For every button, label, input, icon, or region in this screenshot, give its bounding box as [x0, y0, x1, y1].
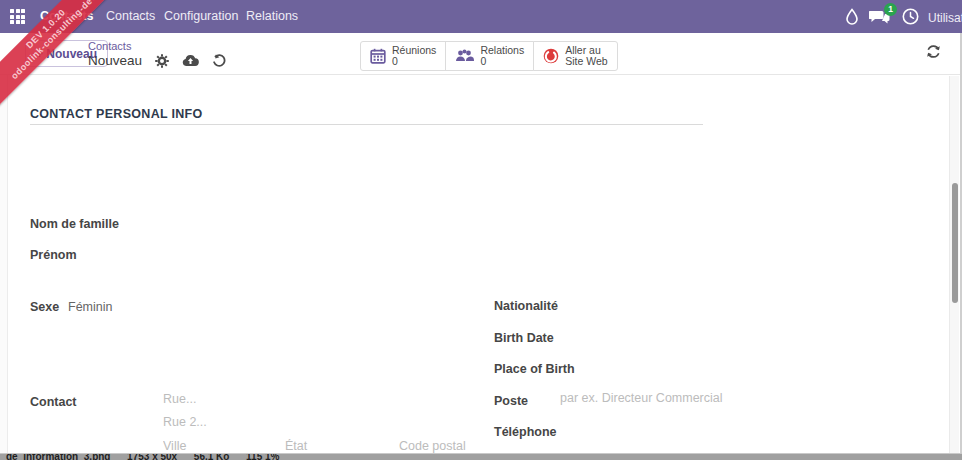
job-position-input[interactable] [560, 391, 850, 405]
last-name-label: Nom de famille [30, 217, 119, 231]
scrollbar-thumb[interactable] [952, 183, 958, 303]
menu-contacts[interactable]: Contacts [106, 0, 155, 33]
cloud-save-icon[interactable] [182, 54, 199, 67]
nationality-input[interactable] [600, 296, 850, 310]
stat-meetings-label: Réunions [392, 45, 436, 56]
user-menu[interactable]: Utilisateur [928, 0, 962, 33]
gear-icon[interactable] [155, 54, 169, 68]
clipped-status-bar: de_information_3.png 1753 x 50x 56.1 Ko … [0, 453, 962, 460]
app-name[interactable]: Contacts [40, 0, 93, 33]
breadcrumb-parent[interactable]: Contacts [88, 40, 131, 52]
street2-input[interactable] [163, 415, 453, 429]
activities-clock-icon[interactable] [902, 8, 919, 25]
droplet-icon[interactable] [845, 8, 859, 25]
stat-button-group: Réunions 0 Relations 0 [360, 41, 618, 71]
stat-website-label-line2: Site Web [565, 56, 607, 67]
stat-relations-value: 0 [480, 56, 486, 67]
scrollbar-track[interactable] [949, 76, 959, 453]
stat-relations-label: Relations [480, 45, 524, 56]
stat-button-meetings[interactable]: Réunions 0 [360, 41, 446, 71]
apps-grid-icon[interactable] [10, 9, 26, 25]
section-rule [30, 124, 703, 125]
discard-undo-icon[interactable] [212, 54, 226, 68]
birth-date-label: Birth Date [494, 331, 554, 345]
status-bar-text: de_information_3.png 1753 x 50x 56.1 Ko … [6, 453, 279, 460]
section-title: CONTACT PERSONAL INFO [30, 107, 203, 121]
first-name-label: Prénom [30, 248, 77, 262]
refresh-icon[interactable] [926, 44, 941, 59]
users-icon [455, 49, 474, 63]
first-name-input[interactable] [163, 245, 453, 259]
gender-select[interactable]: Féminin [68, 300, 112, 314]
phone-label: Téléphone [494, 425, 557, 439]
sheet-left-gutter [0, 75, 8, 453]
job-position-label: Poste [494, 394, 528, 408]
menu-configuration[interactable]: Configuration [164, 0, 238, 33]
gender-label: Sexe [30, 300, 59, 314]
street-input[interactable] [163, 392, 453, 406]
state-input[interactable] [285, 439, 390, 453]
control-panel: + Nouveau Contacts Nouveau [0, 33, 962, 75]
contact-address-label: Contact [30, 395, 77, 409]
stat-meetings-value: 0 [392, 56, 398, 67]
breadcrumb-current: Nouveau [88, 53, 142, 68]
zip-input[interactable] [399, 439, 509, 453]
stat-button-website[interactable]: Aller au Site Web [533, 41, 617, 71]
place-of-birth-label: Place of Birth [494, 362, 575, 376]
menu-relations[interactable]: Relations [246, 0, 298, 33]
birth-date-input[interactable] [600, 328, 850, 342]
breadcrumb-row: Nouveau [88, 53, 226, 68]
last-name-input[interactable] [163, 214, 453, 228]
place-of-birth-input[interactable] [600, 359, 850, 373]
globe-icon [543, 48, 559, 64]
city-input[interactable] [163, 439, 275, 453]
stat-button-relations[interactable]: Relations 0 [445, 41, 534, 71]
phone-input[interactable] [600, 422, 850, 436]
nationality-label: Nationalité [494, 299, 558, 313]
messages-badge[interactable]: 1 [884, 3, 897, 16]
top-navbar: Contacts Contacts Configuration Relation… [0, 0, 962, 33]
calendar-icon [370, 48, 386, 64]
